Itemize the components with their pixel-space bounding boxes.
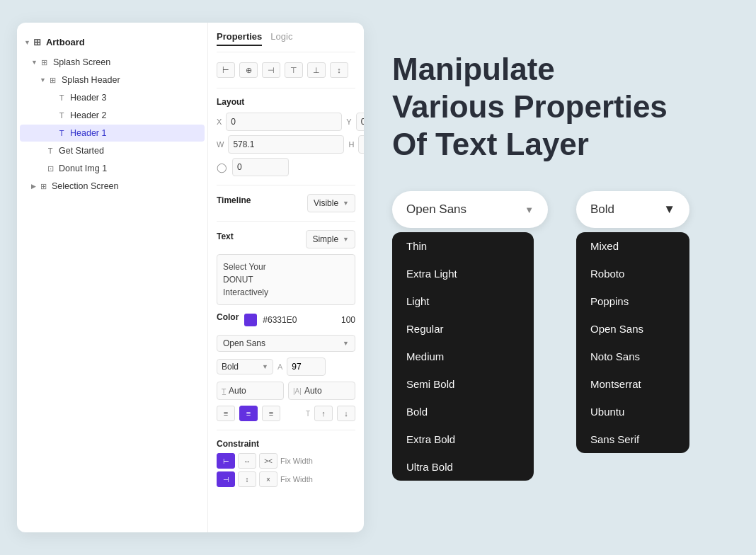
color-swatch[interactable]	[244, 314, 257, 326]
splash-header-frame-icon: ⊞	[48, 75, 58, 85]
align-right-btn[interactable]: ⊣	[262, 62, 280, 78]
x-input[interactable]	[226, 113, 342, 131]
font-size-input[interactable]	[287, 357, 326, 376]
xy-row: X Y	[217, 113, 355, 131]
divider-4	[217, 430, 355, 430]
layer-header2[interactable]: T Header 2	[20, 107, 205, 124]
timeline-row: Timeline Visible ▼	[217, 194, 355, 212]
font-family-list: Mixed Roboto Poppins Open Sans Noto Sans…	[576, 232, 689, 453]
artboard-label: Artboard	[46, 37, 85, 47]
font-weight-value: Bold	[222, 362, 239, 372]
font-weight-dropdown[interactable]: Bold ▼	[217, 359, 273, 374]
divider-1	[217, 88, 355, 88]
font-weight-bold[interactable]: Bold	[392, 398, 534, 425]
font-notosans[interactable]: Noto Sans	[576, 343, 689, 370]
font-weight-extrabold[interactable]: Extra Bold	[392, 425, 534, 453]
layer-header3[interactable]: T Header 3	[20, 89, 205, 106]
text-content-box[interactable]: Select Your DONUT Interactively	[217, 254, 355, 305]
constraint-v-bottom-btn[interactable]: ×	[259, 471, 277, 487]
letter-spacing-field[interactable]: T̲ Auto	[217, 382, 284, 400]
font-weight-thin[interactable]: Thin	[392, 232, 534, 260]
font-roboto[interactable]: Roboto	[576, 260, 689, 287]
weight-big-dropdown[interactable]: Bold ▼	[576, 191, 689, 228]
tab-properties[interactable]: Properties	[217, 31, 262, 46]
tab-logic[interactable]: Logic	[270, 31, 292, 46]
r-label: ◯	[217, 162, 228, 173]
layer-donut-img[interactable]: ⊡ Donut Img 1	[20, 160, 205, 177]
font-weight-ultrabold[interactable]: Ultra Bold	[392, 453, 534, 481]
hero-line1: Manipulate	[392, 51, 711, 88]
text-align-left-btn[interactable]: ≡	[217, 406, 235, 421]
font-weight-regular[interactable]: Regular	[392, 315, 534, 343]
font-opensans[interactable]: Open Sans	[576, 315, 689, 343]
timeline-arrow-icon: ▼	[343, 200, 349, 207]
layer-header1[interactable]: T Header 1	[20, 125, 205, 142]
layout-label: Layout	[217, 97, 355, 107]
w-input[interactable]	[228, 135, 344, 154]
font-family-arrow-icon: ▼	[343, 340, 349, 347]
right-content: Manipulate Various Properties Of Text La…	[364, 23, 739, 532]
y-label: Y	[346, 118, 351, 126]
font-weight-row: Bold ▼ A	[217, 357, 355, 376]
timeline-dropdown[interactable]: Visible ▼	[307, 194, 355, 212]
layer-get-started[interactable]: T Get Started	[20, 142, 205, 159]
header2-label: Header 2	[70, 110, 106, 120]
font-poppins[interactable]: Poppins	[576, 287, 689, 315]
font-family-big-dropdown[interactable]: Open Sans ▼	[392, 191, 548, 228]
align-center-v-btn[interactable]: ⊥	[307, 62, 326, 78]
letter-spacing-value: Auto	[229, 386, 246, 396]
font-ubuntu[interactable]: Ubuntu	[576, 398, 689, 425]
h-input[interactable]	[358, 135, 364, 154]
font-mixed[interactable]: Mixed	[576, 232, 689, 260]
font-weight-extralight[interactable]: Extra Light	[392, 260, 534, 287]
constraint-h-stretch-btn[interactable]: ↔	[238, 453, 256, 469]
font-family-dropdown[interactable]: Open Sans ▼	[217, 335, 355, 352]
constraint-h-center-btn[interactable]: ⊢	[217, 453, 235, 469]
layer-splash-screen[interactable]: ▼ ⊞ Splash Screen	[20, 54, 205, 71]
align-bottom-btn[interactable]: ↕	[330, 62, 348, 78]
artboard-frame-icon: ⊞	[33, 38, 42, 47]
line-height-field[interactable]: |A| Auto	[288, 382, 355, 400]
t-label: T	[306, 410, 310, 418]
text-mode-dropdown[interactable]: Simple ▼	[306, 230, 355, 248]
weight-dropdown-col: Bold ▼ Mixed Roboto Poppins Open Sans No…	[576, 191, 689, 453]
valign-bottom-btn[interactable]: ↓	[337, 406, 355, 421]
align-center-h-btn[interactable]: ⊕	[239, 62, 258, 78]
text-mode-arrow-icon: ▼	[343, 236, 349, 243]
alignment-row: ⊢ ⊕ ⊣ ⊤ ⊥ ↕	[217, 62, 355, 78]
layer-splash-header[interactable]: ▼ ⊞ Splash Header	[20, 71, 205, 88]
font-weight-arrow-icon: ▼	[262, 363, 268, 370]
align-left-btn[interactable]: ⊢	[217, 62, 235, 78]
y-input[interactable]	[356, 113, 364, 131]
letter-spacing-label: T̲	[222, 387, 226, 395]
timeline-value: Visible	[314, 198, 338, 208]
font-weight-light[interactable]: Light	[392, 287, 534, 315]
layer-selection-screen[interactable]: ▶ ⊞ Selection Screen	[20, 178, 205, 195]
opacity-value: 100	[341, 315, 355, 325]
valign-top-btn[interactable]: ↑	[314, 406, 333, 421]
size-a-label: A	[277, 362, 282, 371]
constraint-v-center-btn[interactable]: ⊣	[217, 471, 235, 487]
align-top-btn[interactable]: ⊤	[285, 62, 303, 78]
font-family-value: Open Sans	[223, 338, 265, 348]
timeline-label: Timeline	[217, 195, 251, 205]
h-label: H	[348, 140, 354, 149]
font-sansserif[interactable]: Sans Serif	[576, 425, 689, 453]
get-started-text-icon: T	[45, 146, 55, 156]
header3-label: Header 3	[70, 93, 106, 103]
line-height-value: Auto	[304, 386, 322, 396]
r-input[interactable]	[232, 158, 289, 176]
font-weight-semibold[interactable]: Semi Bold	[392, 370, 534, 398]
text-content: Select Your DONUT Interactively	[223, 262, 268, 297]
text-align-right-btn[interactable]: ≡	[262, 406, 280, 421]
color-label: Color	[217, 312, 239, 322]
constraint-section: Constraint ⊢ ↔ >< Fix Width ⊣ ↕ ×	[217, 439, 355, 487]
header3-text-icon: T	[57, 93, 67, 103]
constraint-v-stretch-btn[interactable]: ↕	[238, 471, 256, 487]
text-align-center-btn[interactable]: ≡	[239, 406, 258, 421]
artboard-row[interactable]: ▼ ⊞ Artboard	[17, 31, 207, 53]
font-weight-medium[interactable]: Medium	[392, 343, 534, 370]
font-montserrat[interactable]: Montserrat	[576, 370, 689, 398]
text-header-row: Text Simple ▼	[217, 230, 355, 248]
constraint-h-right-btn[interactable]: ><	[259, 453, 277, 469]
